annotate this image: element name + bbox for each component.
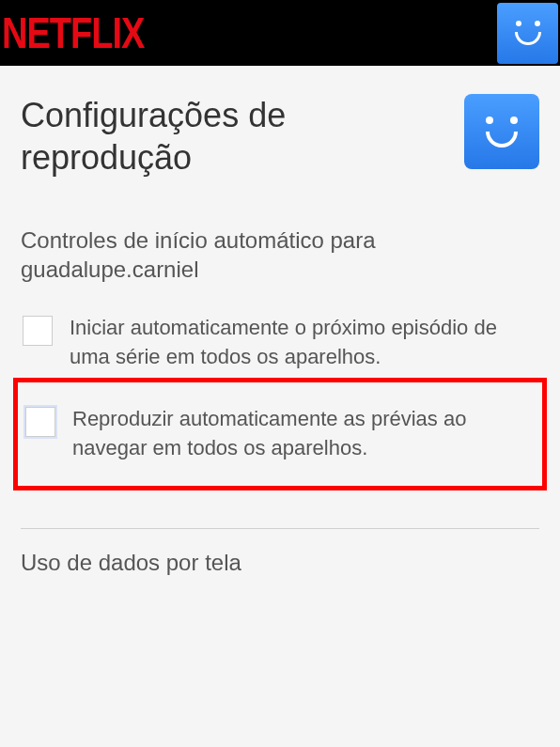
netflix-logo[interactable]: NETFLIX xyxy=(0,8,144,57)
data-usage-section-title: Uso de dados por tela xyxy=(21,548,539,577)
profile-avatar-large[interactable] xyxy=(464,94,539,169)
autoplay-next-episode-checkbox[interactable] xyxy=(23,316,53,346)
section-divider xyxy=(21,528,539,529)
profile-avatar-small[interactable] xyxy=(497,3,558,64)
page-content: Configurações de reprodução Controles de… xyxy=(0,66,560,577)
avatar-eyes-icon xyxy=(486,117,518,124)
avatar-smile-icon xyxy=(486,132,518,148)
app-header: NETFLIX xyxy=(0,0,560,66)
autoplay-previews-label: Reproduzir automaticamente as prévias ao… xyxy=(72,405,529,463)
page-title: Configurações de reprodução xyxy=(21,94,415,179)
autoplay-previews-row[interactable]: Reproduzir automaticamente as prévias ao… xyxy=(18,401,529,467)
autoplay-section-title: Controles de início automático para guad… xyxy=(21,226,539,284)
autoplay-next-episode-label: Iniciar automaticamente o próximo episód… xyxy=(70,314,539,372)
avatar-smile-icon xyxy=(515,32,541,45)
avatar-eyes-icon xyxy=(516,21,540,26)
highlighted-annotation: Reproduzir automaticamente as prévias ao… xyxy=(13,378,547,490)
title-row: Configurações de reprodução xyxy=(21,94,539,179)
autoplay-previews-checkbox[interactable] xyxy=(25,407,55,437)
autoplay-next-episode-row[interactable]: Iniciar automaticamente o próximo episód… xyxy=(21,310,539,376)
